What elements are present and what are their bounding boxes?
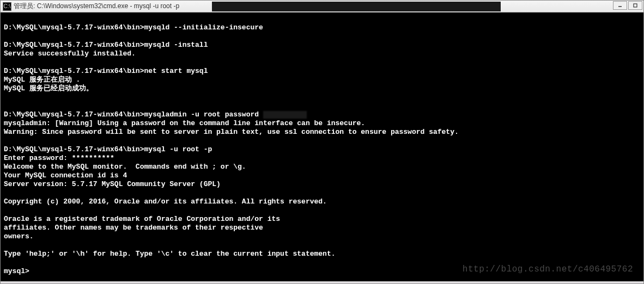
- terminal-line: Service successfully installed.: [4, 50, 640, 58]
- terminal-line: [4, 32, 640, 41]
- minimize-button[interactable]: [613, 1, 627, 10]
- terminal-line: [4, 206, 640, 215]
- terminal-line: Your MySQL connection id is 4: [4, 171, 640, 180]
- terminal-line: Oracle is a registered trademark of Orac…: [4, 215, 640, 224]
- terminal-line: Warning: Since password will be sent to …: [4, 128, 640, 137]
- terminal-line: D:\MySQL\mysql-5.7.17-winx64\bin>mysql -…: [4, 145, 640, 154]
- svg-rect-1: [634, 4, 637, 7]
- terminal-line: [4, 93, 640, 102]
- terminal-line: affiliates. Other names may be trademark…: [4, 224, 640, 232]
- terminal-output[interactable]: D:\MySQL\mysql-5.7.17-winx64\bin>mysqld …: [1, 13, 643, 281]
- terminal-line: mysql>: [4, 267, 640, 276]
- terminal-line: Copyright (c) 2000, 2016, Oracle and/or …: [4, 197, 640, 206]
- cmd-window: C:\ 管理员: C:\Windows\system32\cmd.exe - m…: [0, 0, 644, 284]
- terminal-line: Server version: 5.7.17 MySQL Community S…: [4, 180, 640, 189]
- terminal-line: mysqladmin: [Warning] Using a password o…: [4, 119, 640, 128]
- terminal-line: Type 'help;' or '\h' for help. Type '\c'…: [4, 250, 640, 258]
- terminal-line: D:\MySQL\mysql-5.7.17-winx64\bin>mysqld …: [4, 41, 640, 50]
- maximize-button[interactable]: [628, 1, 642, 10]
- terminal-line: Welcome to the MySQL monitor. Commands e…: [4, 163, 640, 171]
- terminal-line: D:\MySQL\mysql-5.7.17-winx64\bin>mysqld …: [4, 23, 640, 32]
- window-controls: [613, 1, 642, 10]
- redacted-password: [263, 111, 307, 119]
- terminal-line: D:\MySQL\mysql-5.7.17-winx64\bin>mysqlad…: [4, 110, 640, 119]
- terminal-line: [4, 241, 640, 250]
- terminal-line: owners.: [4, 232, 640, 241]
- title-redacted-overlay: [212, 2, 501, 11]
- terminal-line: [4, 102, 640, 110]
- title-bar[interactable]: C:\ 管理员: C:\Windows\system32\cmd.exe - m…: [1, 1, 643, 13]
- terminal-line: [4, 189, 640, 197]
- terminal-line: [4, 137, 640, 145]
- terminal-line: Enter password: **********: [4, 154, 640, 163]
- window-title: 管理员: C:\Windows\system32\cmd.exe - mysql…: [14, 2, 179, 11]
- terminal-line: [4, 58, 640, 67]
- terminal-line: [4, 258, 640, 267]
- terminal-line: MySQL 服务正在启动 .: [4, 76, 640, 84]
- terminal-line: MySQL 服务已经启动成功。: [4, 84, 640, 93]
- window-bottom-edge: [1, 281, 643, 283]
- terminal-line: [4, 15, 640, 23]
- cmd-icon: C:\: [3, 2, 11, 11]
- terminal-line: D:\MySQL\mysql-5.7.17-winx64\bin>net sta…: [4, 67, 640, 76]
